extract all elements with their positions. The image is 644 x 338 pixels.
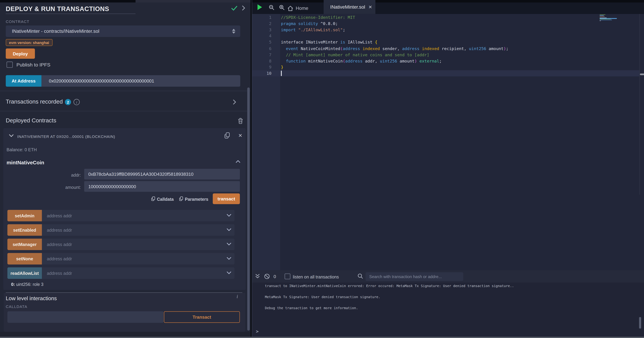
setEnabled-input[interactable]	[42, 224, 235, 236]
zoom-out-icon[interactable]	[269, 5, 274, 10]
section-divider	[0, 91, 250, 91]
minimap-separator	[640, 14, 640, 195]
deploy-run-panel: DEPLOY & RUN TRANSACTIONS CONTRACT INati…	[0, 0, 250, 338]
copy-calldata-icon[interactable]	[151, 196, 155, 201]
parameters-copy-label[interactable]: Parameters	[185, 197, 208, 202]
calldata-label: CALLDATA	[6, 304, 27, 309]
collapse-terminal-icon[interactable]	[256, 274, 260, 279]
panel-editor-divider[interactable]	[250, 0, 252, 338]
setNone-button[interactable]: setNone	[8, 253, 42, 265]
contract-label: CONTRACT	[6, 19, 29, 24]
copy-address-icon[interactable]	[224, 132, 230, 139]
at-address-input[interactable]	[42, 75, 240, 87]
function-row-readAllowList: readAllowList	[8, 268, 234, 279]
transactions-recorded-label: Transactions recorded	[6, 98, 63, 105]
low-level-calldata-input[interactable]	[8, 311, 164, 323]
remove-instance-icon[interactable]: ✕	[238, 132, 242, 138]
terminal-log-line: transact to INativeMinter.mintNativeCoin…	[265, 284, 514, 288]
terminal-search-input[interactable]	[366, 272, 463, 281]
publish-ipfs-checkbox[interactable]	[6, 62, 13, 68]
tab-home[interactable]: Home	[288, 2, 308, 14]
terminal: 0 listen on all transactions transact to…	[252, 270, 644, 338]
code-line-4[interactable]: 4	[252, 33, 640, 39]
terminal-scrollbar-thumb[interactable]	[639, 317, 641, 329]
function-row-setManager: setManager	[8, 238, 234, 250]
setManager-input[interactable]	[42, 238, 235, 250]
function-row-setAdmin: setAdmin	[8, 210, 234, 222]
code-line-3[interactable]: 3import "./IAllowList.sol";	[252, 27, 640, 33]
section-divider	[0, 111, 250, 111]
readAllowList-input[interactable]	[42, 268, 235, 279]
addr-arg-label: addr:	[24, 172, 81, 178]
minimap-line	[600, 18, 606, 18]
remix-ide-window: DEPLOY & RUN TRANSACTIONS CONTRACT INati…	[0, 0, 644, 338]
chevron-down-icon[interactable]	[227, 257, 231, 260]
code-editor[interactable]: 1//SPDX-License-Identifier: MIT2pragma s…	[252, 14, 644, 270]
chevron-down-icon[interactable]	[227, 243, 231, 246]
minimap-line	[600, 15, 604, 16]
expand-transactions-icon[interactable]	[233, 100, 236, 105]
copy-parameters-icon[interactable]	[179, 196, 183, 201]
transact-button[interactable]: transact	[213, 194, 240, 204]
at-address-button[interactable]: At Address	[6, 75, 42, 87]
terminal-toolbar: 0 listen on all transactions	[252, 270, 644, 282]
code-line-7[interactable]: 7 // Mint [amount] number of native coin…	[252, 52, 640, 58]
low-level-info-icon[interactable]: i	[236, 294, 238, 300]
code-line-6[interactable]: 6 event NativeCoinMinted(address indexed…	[252, 46, 640, 52]
low-level-divider	[6, 292, 242, 293]
setNone-input[interactable]	[42, 253, 235, 265]
terminal-log-line: MetaMask Tx Signature: User denied trans…	[265, 295, 514, 299]
low-level-title: Low level interactions	[6, 295, 57, 302]
code-line-2[interactable]: 2pragma solidity ^0.8.0;	[252, 20, 640, 27]
setAdmin-input[interactable]	[42, 210, 235, 222]
code-line-1[interactable]: 1//SPDX-License-Identifier: MIT	[252, 14, 640, 20]
listen-all-label[interactable]: listen on all transactions	[293, 274, 339, 279]
editor-tabbar: Home INativeMinter.sol ✕	[252, 0, 644, 14]
tab-inativeminter[interactable]: INativeMinter.sol ✕	[324, 0, 376, 14]
collapse-function-icon[interactable]	[236, 160, 240, 163]
readAllowList-button[interactable]: readAllowList	[8, 268, 42, 279]
minimap-line	[600, 18, 617, 19]
amount-arg-input[interactable]	[84, 181, 240, 192]
setAdmin-button[interactable]: setAdmin	[8, 210, 42, 222]
balance-label: Balance: 0 ETH	[6, 147, 37, 152]
clear-console-icon[interactable]	[264, 274, 270, 279]
contract-select-value: INativeMinter - contracts/INativeMinter.…	[12, 29, 99, 34]
chevron-down-icon[interactable]	[227, 214, 231, 217]
collapse-panel-icon[interactable]	[242, 5, 245, 11]
minimap[interactable]	[600, 14, 640, 39]
line-number: 6	[252, 46, 272, 51]
line-number: 9	[252, 65, 272, 69]
minimap-line	[600, 14, 605, 15]
terminal-prompt[interactable]: >	[256, 329, 259, 334]
publish-ipfs-label[interactable]: Publish to IPFS	[16, 62, 50, 68]
line-number: 3	[252, 28, 272, 32]
listen-all-checkbox[interactable]	[285, 274, 290, 279]
low-level-transact-button[interactable]: Transact	[164, 311, 240, 323]
calldata-copy-label[interactable]: Calldata	[157, 197, 174, 202]
chevron-down-icon[interactable]	[227, 228, 231, 231]
line-number: 1	[252, 15, 272, 20]
contract-instance-title[interactable]: INATIVEMINTER AT 0X020...00001 (BLOCKCHA…	[17, 134, 115, 139]
run-script-icon[interactable]	[257, 4, 262, 10]
setManager-button[interactable]: setManager	[8, 238, 42, 250]
chevron-down-icon[interactable]	[227, 272, 231, 274]
panel-scrollbar[interactable]	[247, 88, 250, 330]
trash-icon[interactable]	[238, 118, 243, 124]
code-line-9[interactable]: 9}	[252, 64, 640, 70]
zoom-in-icon[interactable]	[279, 5, 285, 10]
deploy-button[interactable]: Deploy	[6, 48, 35, 59]
setEnabled-button[interactable]: setEnabled	[8, 224, 42, 236]
home-icon	[288, 6, 293, 11]
close-tab-icon[interactable]: ✕	[368, 4, 372, 10]
code-line-10[interactable]: 10	[252, 70, 640, 76]
tabbar-top-strip	[252, 0, 644, 2]
info-icon[interactable]: i	[74, 99, 80, 105]
editor-scrollbar-thumb[interactable]	[640, 74, 644, 75]
code-lines: 1//SPDX-License-Identifier: MIT2pragma s…	[252, 14, 640, 76]
contract-select[interactable]: INativeMinter - contracts/INativeMinter.…	[6, 26, 240, 37]
collapse-contract-icon[interactable]	[9, 134, 14, 137]
addr-arg-input[interactable]	[84, 169, 240, 180]
code-line-8[interactable]: 8 function mintNativeCoin(address addr, …	[252, 58, 640, 64]
code-line-5[interactable]: 5interface INativeMinter is IAllowList {	[252, 39, 640, 46]
